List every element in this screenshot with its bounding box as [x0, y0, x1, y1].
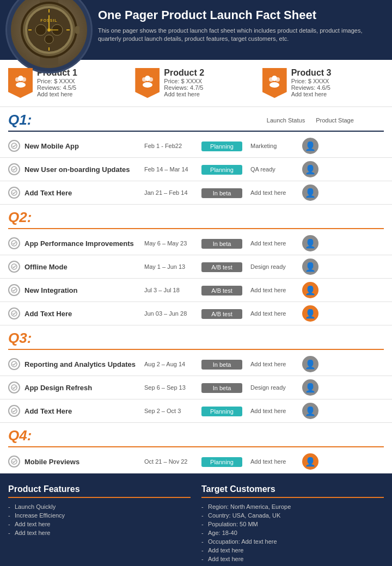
svg-point-21	[22, 77, 26, 82]
item-status: Planning	[201, 164, 250, 175]
list-item: Age: 18-40	[201, 530, 384, 536]
list-item: Add text here	[8, 530, 191, 536]
watch-face: FOSSIL	[11, 0, 87, 68]
status-badge: A/B test	[201, 309, 242, 319]
product-1-reviews: Reviews: 4.5/5	[37, 84, 130, 91]
page-description: This one pager shows the product launch …	[98, 27, 384, 44]
item-status: A/B test	[201, 309, 250, 319]
product-features: Product Features Launch Quickly Increase…	[8, 484, 191, 564]
list-item: Increase Efficiency	[8, 512, 191, 519]
item-status: A/B test	[201, 285, 250, 296]
product-2-price: Price: $ XXXX	[164, 78, 256, 84]
item-date: Feb 14 – Mar 14	[144, 166, 201, 173]
check-icon	[8, 187, 20, 199]
product-2-icon	[135, 68, 160, 98]
status-badge: Planning	[201, 165, 242, 175]
item-name: Add Text Here	[24, 189, 144, 197]
item-status: In beta	[201, 188, 250, 198]
item-status: In beta	[201, 238, 250, 249]
footer-section: Product Features Launch Quickly Increase…	[0, 473, 392, 566]
table-row: New Mobile App Feb 1 - Feb22 Planning Ma…	[0, 134, 392, 158]
col-launch-status: Launch Status	[261, 117, 310, 124]
item-status: Planning	[201, 406, 250, 416]
item-name: New Integration	[24, 286, 144, 294]
svg-point-29	[275, 77, 280, 82]
svg-point-23	[143, 82, 152, 88]
item-name: Mobile Previews	[24, 458, 144, 466]
q3-section: Q3: Reporting and Analytics Updates Aug …	[0, 325, 392, 423]
list-item: Country: USA, Canada, UK	[201, 512, 384, 519]
svg-point-17	[47, 28, 51, 32]
product-2-name: Product 2	[164, 68, 256, 78]
avatar: 👤	[302, 161, 318, 177]
item-date: Sep 6 – Sep 13	[144, 384, 201, 391]
table-row: App Performance Improvements May 6 – May…	[0, 232, 392, 255]
status-badge: In beta	[201, 383, 242, 393]
item-stage: Design ready	[250, 263, 302, 270]
avatar: 👤	[302, 356, 318, 372]
customers-underline	[201, 497, 384, 498]
q4-underline	[8, 446, 384, 447]
item-status: Planning	[201, 457, 250, 467]
item-date: Jun 03 – Jun 28	[144, 310, 201, 317]
avatar: 👤	[302, 259, 318, 275]
item-stage: QA ready	[250, 166, 302, 173]
q3-header: Q3:	[0, 325, 392, 349]
check-icon	[8, 140, 20, 152]
q1-section: Q1: Launch Status Product Stage New Mobi…	[0, 107, 392, 205]
item-stage: Add text here	[250, 361, 302, 367]
item-name: App Design Refresh	[24, 384, 144, 392]
q1-label: Q1:	[8, 112, 32, 128]
customers-title: Target Customers	[201, 484, 384, 494]
check-icon	[8, 405, 20, 417]
item-date: Sep 2 – Oct 3	[144, 408, 201, 414]
status-badge: Planning	[201, 142, 242, 151]
product-2-reviews: Reviews: 4.7/5	[164, 84, 256, 91]
item-name: New Mobile App	[24, 142, 144, 150]
item-name: Add Text Here	[24, 310, 144, 318]
product-2-addtext: Add text here	[164, 91, 256, 97]
avatar: 👤	[302, 403, 318, 419]
item-date: Aug 2 – Aug 14	[144, 361, 201, 367]
svg-point-19	[16, 82, 26, 88]
svg-point-20	[15, 77, 20, 82]
item-date: May 1 – Jun 13	[144, 263, 201, 270]
q3-label: Q3:	[8, 330, 32, 347]
item-stage: Add text here	[250, 310, 302, 317]
check-icon	[8, 456, 20, 467]
check-icon	[8, 382, 20, 393]
q4-header: Q4:	[0, 423, 392, 446]
table-row: New Integration Jul 3 – Jul 18 A/B test …	[0, 279, 392, 302]
page-title: One Pager Product Launch Fact Sheet	[98, 8, 384, 22]
product-3-name: Product 3	[291, 68, 384, 78]
item-name: New User on-boarding Updates	[24, 165, 144, 174]
features-title: Product Features	[8, 484, 191, 494]
svg-point-28	[269, 77, 273, 82]
status-badge: In beta	[201, 239, 242, 249]
avatar: 👤	[302, 453, 318, 470]
table-row: Reporting and Analytics Updates Aug 2 – …	[0, 353, 392, 376]
table-row: Add Text Here Sep 2 – Oct 3 Planning Add…	[0, 399, 392, 423]
product-3-icon	[262, 68, 287, 98]
item-stage: Marketing	[250, 143, 302, 149]
item-stage: Add text here	[250, 458, 302, 465]
product-1-addtext: Add text here	[37, 91, 130, 97]
item-stage: Add text here	[250, 287, 302, 293]
item-date: Oct 21 – Nov 22	[144, 458, 201, 465]
check-icon	[8, 163, 20, 175]
check-icon	[8, 284, 20, 296]
list-item: Launch Quickly	[8, 503, 191, 510]
product-1-icon	[8, 68, 33, 98]
item-date: Feb 1 - Feb22	[144, 143, 201, 149]
product-2: Product 2 Price: $ XXXX Reviews: 4.7/5 A…	[135, 68, 256, 98]
list-item: Add text here	[8, 521, 191, 527]
svg-point-9	[45, 35, 53, 44]
target-customers: Target Customers Region: North America, …	[201, 484, 384, 564]
q2-header: Q2:	[0, 205, 392, 228]
product-3-info: Product 3 Price: $ XXXX Reviews: 4.6/5 A…	[291, 68, 384, 97]
svg-point-7	[35, 24, 46, 35]
q4-label: Q4:	[8, 427, 32, 444]
item-stage: Add text here	[250, 408, 302, 414]
item-status: In beta	[201, 359, 250, 370]
avatar: 👤	[302, 282, 318, 298]
